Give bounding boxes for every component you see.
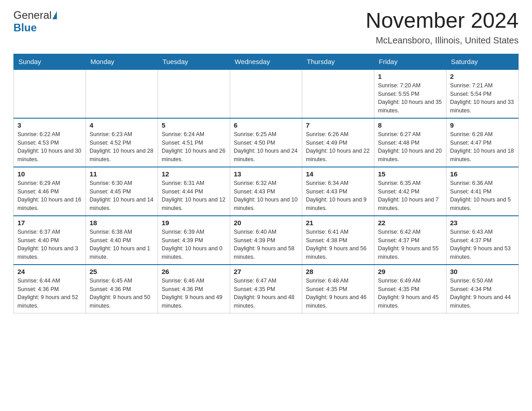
calendar-cell (86, 69, 158, 118)
calendar-header-sunday: Sunday (14, 54, 86, 69)
calendar-cell (14, 69, 86, 118)
day-info: Sunrise: 6:42 AMSunset: 4:37 PMDaylight:… (378, 229, 439, 260)
calendar-week-1: 1Sunrise: 7:20 AMSunset: 5:55 PMDaylight… (14, 69, 519, 118)
day-info: Sunrise: 6:30 AMSunset: 4:45 PMDaylight:… (90, 180, 153, 211)
calendar-cell: 27Sunrise: 6:47 AMSunset: 4:35 PMDayligh… (230, 265, 302, 313)
calendar-cell: 2Sunrise: 7:21 AMSunset: 5:54 PMDaylight… (446, 69, 519, 118)
day-number: 7 (306, 121, 370, 129)
calendar-cell: 24Sunrise: 6:44 AMSunset: 4:36 PMDayligh… (14, 265, 86, 313)
title-area: November 2024 McLeansboro, Illinois, Uni… (365, 9, 519, 46)
calendar-header-saturday: Saturday (446, 54, 519, 69)
day-info: Sunrise: 6:48 AMSunset: 4:35 PMDaylight:… (306, 278, 367, 309)
calendar-week-2: 3Sunrise: 6:22 AMSunset: 4:53 PMDaylight… (14, 118, 519, 167)
day-info: Sunrise: 6:26 AMSunset: 4:49 PMDaylight:… (306, 131, 369, 163)
calendar-cell: 26Sunrise: 6:46 AMSunset: 4:36 PMDayligh… (158, 265, 230, 313)
calendar-header-wednesday: Wednesday (230, 54, 302, 69)
day-number: 5 (162, 121, 226, 129)
calendar-cell: 29Sunrise: 6:49 AMSunset: 4:35 PMDayligh… (374, 265, 446, 313)
day-number: 27 (234, 268, 298, 275)
day-info: Sunrise: 7:21 AMSunset: 5:54 PMDaylight:… (450, 82, 514, 114)
day-info: Sunrise: 6:32 AMSunset: 4:43 PMDaylight:… (234, 180, 297, 211)
day-info: Sunrise: 6:43 AMSunset: 4:37 PMDaylight:… (450, 229, 511, 260)
day-info: Sunrise: 6:44 AMSunset: 4:36 PMDaylight:… (17, 278, 78, 309)
day-info: Sunrise: 6:45 AMSunset: 4:36 PMDaylight:… (90, 278, 150, 309)
logo: General Blue (13, 9, 58, 34)
calendar-header-monday: Monday (86, 54, 158, 69)
day-info: Sunrise: 6:25 AMSunset: 4:50 PMDaylight:… (234, 131, 297, 163)
day-number: 4 (90, 121, 154, 129)
calendar-cell: 23Sunrise: 6:43 AMSunset: 4:37 PMDayligh… (446, 216, 519, 265)
day-number: 28 (306, 268, 370, 275)
calendar-cell: 10Sunrise: 6:29 AMSunset: 4:46 PMDayligh… (14, 167, 86, 216)
main-title: November 2024 (365, 9, 519, 33)
calendar-cell: 13Sunrise: 6:32 AMSunset: 4:43 PMDayligh… (230, 167, 302, 216)
day-number: 30 (450, 268, 515, 275)
day-info: Sunrise: 7:20 AMSunset: 5:55 PMDaylight:… (378, 82, 442, 114)
calendar-header-friday: Friday (374, 54, 446, 69)
day-info: Sunrise: 6:39 AMSunset: 4:39 PMDaylight:… (162, 229, 223, 260)
logo-general-text: General (13, 9, 51, 21)
calendar-cell: 18Sunrise: 6:38 AMSunset: 4:40 PMDayligh… (86, 216, 158, 265)
day-number: 16 (450, 170, 515, 178)
calendar-cell: 16Sunrise: 6:36 AMSunset: 4:41 PMDayligh… (446, 167, 519, 216)
calendar-week-5: 24Sunrise: 6:44 AMSunset: 4:36 PMDayligh… (14, 265, 519, 313)
day-number: 21 (306, 219, 370, 227)
day-info: Sunrise: 6:38 AMSunset: 4:40 PMDaylight:… (90, 229, 150, 260)
day-number: 14 (306, 170, 370, 178)
day-info: Sunrise: 6:29 AMSunset: 4:46 PMDaylight:… (17, 180, 81, 211)
calendar-cell: 14Sunrise: 6:34 AMSunset: 4:43 PMDayligh… (302, 167, 374, 216)
day-number: 2 (450, 73, 515, 80)
day-number: 12 (162, 170, 226, 178)
calendar-cell: 19Sunrise: 6:39 AMSunset: 4:39 PMDayligh… (158, 216, 230, 265)
calendar-header-row: SundayMondayTuesdayWednesdayThursdayFrid… (14, 54, 519, 69)
calendar-cell: 21Sunrise: 6:41 AMSunset: 4:38 PMDayligh… (302, 216, 374, 265)
calendar-cell (230, 69, 302, 118)
calendar-week-4: 17Sunrise: 6:37 AMSunset: 4:40 PMDayligh… (14, 216, 519, 265)
day-number: 8 (378, 121, 442, 129)
day-number: 19 (162, 219, 226, 227)
day-info: Sunrise: 6:23 AMSunset: 4:52 PMDaylight:… (90, 131, 153, 163)
day-number: 9 (450, 121, 515, 129)
day-info: Sunrise: 6:24 AMSunset: 4:51 PMDaylight:… (162, 131, 225, 163)
day-number: 18 (90, 219, 154, 227)
day-info: Sunrise: 6:34 AMSunset: 4:43 PMDaylight:… (306, 180, 367, 211)
day-number: 13 (234, 170, 298, 178)
calendar-cell: 9Sunrise: 6:28 AMSunset: 4:47 PMDaylight… (446, 118, 519, 167)
day-info: Sunrise: 6:47 AMSunset: 4:35 PMDaylight:… (234, 278, 295, 309)
day-number: 17 (17, 219, 82, 227)
calendar-cell: 6Sunrise: 6:25 AMSunset: 4:50 PMDaylight… (230, 118, 302, 167)
calendar-cell: 11Sunrise: 6:30 AMSunset: 4:45 PMDayligh… (86, 167, 158, 216)
day-info: Sunrise: 6:50 AMSunset: 4:34 PMDaylight:… (450, 278, 511, 309)
logo-blue-text: Blue (13, 21, 37, 34)
calendar-cell: 22Sunrise: 6:42 AMSunset: 4:37 PMDayligh… (374, 216, 446, 265)
calendar-cell (158, 69, 230, 118)
day-number: 22 (378, 219, 442, 227)
day-info: Sunrise: 6:22 AMSunset: 4:53 PMDaylight:… (17, 131, 81, 163)
calendar-cell: 7Sunrise: 6:26 AMSunset: 4:49 PMDaylight… (302, 118, 374, 167)
calendar-header-tuesday: Tuesday (158, 54, 230, 69)
day-info: Sunrise: 6:41 AMSunset: 4:38 PMDaylight:… (306, 229, 367, 260)
calendar-cell: 12Sunrise: 6:31 AMSunset: 4:44 PMDayligh… (158, 167, 230, 216)
calendar-cell: 1Sunrise: 7:20 AMSunset: 5:55 PMDaylight… (374, 69, 446, 118)
day-number: 24 (17, 268, 82, 275)
logo-triangle-icon (52, 11, 57, 19)
day-info: Sunrise: 6:49 AMSunset: 4:35 PMDaylight:… (378, 278, 439, 309)
day-info: Sunrise: 6:27 AMSunset: 4:48 PMDaylight:… (378, 131, 442, 163)
calendar-cell: 4Sunrise: 6:23 AMSunset: 4:52 PMDaylight… (86, 118, 158, 167)
day-info: Sunrise: 6:37 AMSunset: 4:40 PMDaylight:… (17, 229, 78, 260)
day-number: 23 (450, 219, 515, 227)
day-info: Sunrise: 6:28 AMSunset: 4:47 PMDaylight:… (450, 131, 514, 163)
calendar-cell: 25Sunrise: 6:45 AMSunset: 4:36 PMDayligh… (86, 265, 158, 313)
day-number: 25 (90, 268, 154, 275)
day-number: 3 (17, 121, 82, 129)
day-number: 29 (378, 268, 442, 275)
header: General Blue November 2024 McLeansboro, … (13, 9, 519, 46)
day-info: Sunrise: 6:35 AMSunset: 4:42 PMDaylight:… (378, 180, 439, 211)
calendar: SundayMondayTuesdayWednesdayThursdayFrid… (13, 54, 519, 313)
day-number: 20 (234, 219, 298, 227)
day-number: 26 (162, 268, 226, 275)
calendar-header-thursday: Thursday (302, 54, 374, 69)
day-info: Sunrise: 6:31 AMSunset: 4:44 PMDaylight:… (162, 180, 225, 211)
calendar-cell: 15Sunrise: 6:35 AMSunset: 4:42 PMDayligh… (374, 167, 446, 216)
day-info: Sunrise: 6:40 AMSunset: 4:39 PMDaylight:… (234, 229, 295, 260)
